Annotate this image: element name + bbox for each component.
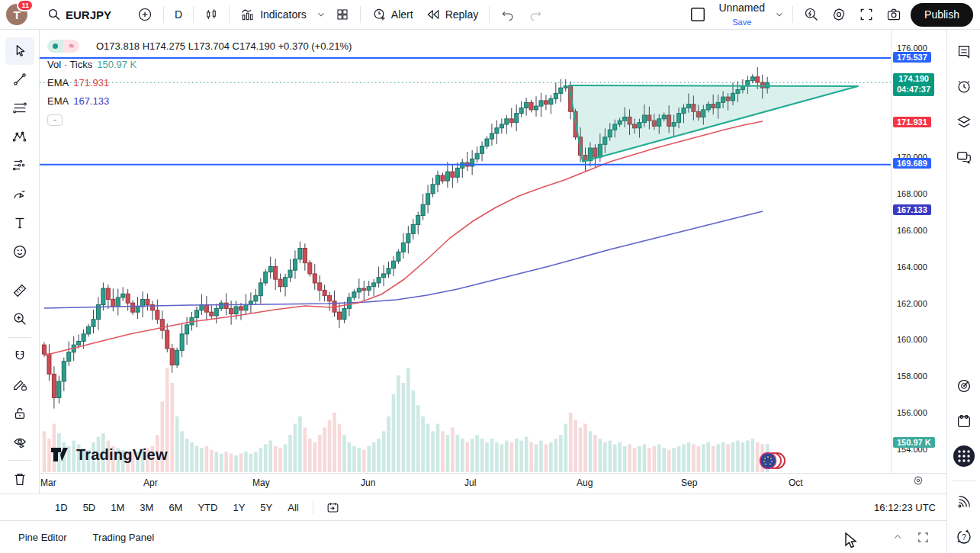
redo-button[interactable] <box>522 2 549 27</box>
indicators-button[interactable]: Indicators <box>234 2 313 27</box>
range-button-3m[interactable]: 3M <box>133 499 159 516</box>
time-tick: Jun <box>361 477 375 488</box>
top-toolbar: T 11 EURJPY D Indicators Alert Replay <box>0 0 980 30</box>
legend-collapse-button[interactable] <box>47 114 63 126</box>
range-button-all[interactable]: All <box>281 499 304 516</box>
sidebar-help-button[interactable]: ? <box>953 526 975 548</box>
tool-brush[interactable] <box>5 181 34 208</box>
toolbar-divider <box>313 500 313 514</box>
price-tick: 168.000 <box>897 189 927 198</box>
undo-button[interactable] <box>494 2 522 27</box>
screenshot-button[interactable] <box>880 2 908 27</box>
range-button-ytd[interactable]: YTD <box>191 499 223 516</box>
eye-icon <box>11 434 28 451</box>
axis-settings-gear-icon[interactable] <box>912 474 924 487</box>
tool-fib-retracement[interactable] <box>5 95 34 122</box>
create-alert-button[interactable]: Alert <box>365 2 419 27</box>
lock-icon <box>11 405 28 422</box>
range-button-6m[interactable]: 6M <box>162 499 188 516</box>
layout-name-button[interactable]: Unnamed Save <box>712 2 771 27</box>
sidebar-more-apps-button[interactable] <box>953 445 975 468</box>
tool-text[interactable] <box>5 210 34 237</box>
quick-search-button[interactable] <box>798 2 825 27</box>
toolbar-divider <box>193 6 194 23</box>
replay-button[interactable]: Replay <box>419 2 485 27</box>
sidebar-streams-button[interactable] <box>953 490 975 513</box>
grid-layout-button[interactable] <box>329 2 355 27</box>
tool-lock-all-drawings[interactable] <box>5 400 34 427</box>
chart-legend: ≈ O173.818 H174.275 L173.704 C174.190 +0… <box>47 37 352 126</box>
xabcd-pattern-icon <box>11 129 28 146</box>
drawing-toolbar <box>0 30 40 494</box>
legend-volume-row[interactable]: Vol · Ticks 150.97 K <box>47 55 352 73</box>
sidebar-screener-button[interactable] <box>953 375 975 397</box>
time-tick: Mar <box>40 477 56 488</box>
symbol-pair-logo[interactable] <box>755 450 790 471</box>
pencil-lock-icon <box>11 376 28 393</box>
chart-settings-button[interactable] <box>825 2 853 27</box>
interval-button[interactable]: D <box>169 2 188 27</box>
legend-ema-fast-row[interactable]: EMA 171.931 <box>47 73 352 92</box>
indicators-icon <box>240 7 255 22</box>
tool-hide-drawings[interactable] <box>5 429 34 456</box>
timeframe-toolbar: 1D5D1M3M6MYTD1Y5YAll 16:12:23 UTC <box>0 494 946 520</box>
legend-ema-slow-row[interactable]: EMA 167.133 <box>47 92 352 110</box>
layout-name: Unnamed <box>718 2 765 14</box>
legend-ohlc-row[interactable]: ≈ O173.818 H174.275 L173.704 C174.190 +0… <box>47 37 352 55</box>
range-button-1d[interactable]: 1D <box>49 499 74 516</box>
tool-emoji[interactable] <box>5 238 34 265</box>
gear-icon <box>831 7 847 22</box>
clock-utc[interactable]: 16:12:23 UTC <box>874 502 936 513</box>
time-tick: May <box>252 477 270 488</box>
price-tick: 156.000 <box>897 408 927 417</box>
right-sidebar: ? <box>946 30 980 553</box>
tool-magnet[interactable] <box>5 342 34 370</box>
chart-style-button[interactable] <box>198 2 224 27</box>
tool-stay-in-drawing-mode[interactable] <box>5 371 34 399</box>
fullscreen-button[interactable] <box>853 2 880 27</box>
sidebar-chats-button[interactable] <box>953 146 975 169</box>
range-button-1m[interactable]: 1M <box>104 499 130 516</box>
go-to-date-button[interactable] <box>321 499 345 516</box>
range-button-1y[interactable]: 1Y <box>227 499 251 516</box>
compare-add-symbol-button[interactable] <box>131 2 159 27</box>
range-button-5y[interactable]: 5Y <box>254 499 278 516</box>
panel-maximize-button[interactable] <box>917 531 930 544</box>
toolbar-divider <box>163 6 164 23</box>
panel-expand-button[interactable] <box>891 532 904 542</box>
sidebar-calendar-button[interactable] <box>953 410 975 432</box>
time-axis[interactable]: MarAprMayJunJulAugSepOct <box>40 473 946 494</box>
market-status-pill[interactable]: ≈ <box>47 40 79 53</box>
toolbar-divider <box>489 6 490 23</box>
trash-icon <box>11 471 28 487</box>
tool-trend-line[interactable] <box>5 66 34 94</box>
ohlc-values: O173.818 H174.275 L173.704 C174.190 +0.3… <box>96 40 352 52</box>
tradingview-logo-icon <box>50 445 70 464</box>
tool-zoom-in[interactable] <box>5 305 34 333</box>
sidebar-object-tree-button[interactable] <box>953 111 975 133</box>
tab-trading-panel[interactable]: Trading Panel <box>85 527 162 548</box>
price-axis[interactable]: 176.000170.000168.000166.000164.000162.0… <box>891 30 946 473</box>
save-layout-link[interactable]: Save <box>732 18 751 27</box>
user-avatar[interactable]: T 11 <box>6 4 27 25</box>
layout-menu-button[interactable] <box>771 2 788 27</box>
publish-button[interactable]: Publish <box>911 3 973 27</box>
tool-measure[interactable] <box>5 277 34 304</box>
layout-select-button[interactable] <box>683 2 712 27</box>
tool-projection[interactable] <box>5 152 34 179</box>
toolbar-divider <box>229 6 230 23</box>
brush-icon <box>11 186 28 203</box>
chart-area[interactable]: TradingView ≈ O173.818 H174.275 L173.704… <box>40 30 891 473</box>
range-button-5d[interactable]: 5D <box>77 499 102 516</box>
fib-retracement-icon <box>11 100 28 117</box>
symbol-search-button[interactable]: EURJPY <box>41 2 117 27</box>
sidebar-alerts-button[interactable] <box>953 76 975 98</box>
tool-remove-drawings[interactable] <box>5 465 34 493</box>
tool-pattern-xabcd[interactable] <box>5 124 34 151</box>
tab-pine-editor[interactable]: Pine Editor <box>11 527 75 548</box>
sidebar-watchlist-button[interactable] <box>953 40 975 63</box>
replay-label: Replay <box>445 8 479 21</box>
tool-cursor[interactable] <box>5 37 34 65</box>
indicator-templates-button[interactable] <box>313 2 329 27</box>
quick-search-icon <box>804 7 819 22</box>
